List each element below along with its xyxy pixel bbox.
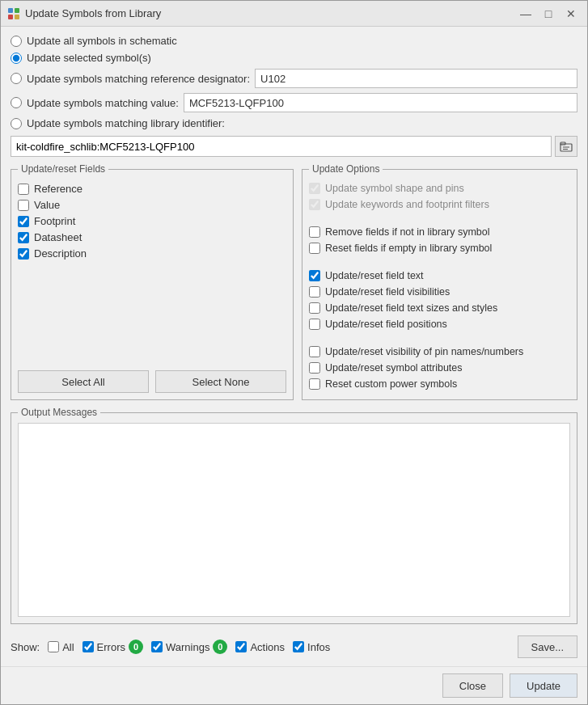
field-datasheet-label[interactable]: Datasheet [34,231,82,243]
option-field-positions-label[interactable]: Update/reset field positions [325,319,447,330]
radio-selected[interactable] [11,53,22,64]
library-id-row [11,136,577,157]
option-pin-names-label[interactable]: Update/reset visibility of pin names/num… [325,346,523,357]
option-sep2 [309,259,570,265]
minimize-button[interactable]: — [516,4,535,23]
select-buttons: Select All Select None [18,370,286,393]
show-infos-label[interactable]: Infos [307,641,330,653]
field-description-label[interactable]: Description [34,247,87,260]
option-shape-pins-checkbox[interactable] [309,183,320,194]
option-field-text-sizes-label[interactable]: Update/reset field text sizes and styles [325,302,497,314]
show-errors-checkbox[interactable] [82,641,94,652]
field-reference-row: Reference [18,183,286,195]
field-value-checkbox[interactable] [18,200,29,211]
field-footprint-label[interactable]: Footprint [34,215,75,227]
svg-rect-3 [15,15,19,19]
option-field-text-label[interactable]: Update/reset field text [325,270,424,281]
radio-row-all: Update all symbols in schematic [11,35,577,47]
options-fieldset: Update Options Update symbol shape and p… [302,163,577,400]
filter-options: Update all symbols in schematic Update s… [11,35,577,129]
options-panel: Update Options Update symbol shape and p… [302,163,577,400]
bottom-buttons: Close Update [1,666,587,704]
show-warnings-item: Warnings 0 [151,640,227,654]
show-actions-checkbox[interactable] [235,641,247,652]
field-value-row: Value [18,199,286,211]
field-footprint-row: Footprint [18,215,286,227]
window-title: Update Symbols from Library [25,7,161,19]
option-keywords: Update keywords and footprint filters [309,199,570,210]
option-field-visibility-label[interactable]: Update/reset field visibilities [325,286,450,298]
show-infos-checkbox[interactable] [293,641,304,652]
radio-value[interactable] [11,97,22,108]
output-area [18,423,570,617]
field-datasheet-row: Datasheet [18,231,286,243]
field-value-label[interactable]: Value [34,199,60,211]
option-symbol-attrs-label[interactable]: Update/reset symbol attributes [325,362,463,374]
select-all-button[interactable]: Select All [18,370,149,393]
maximize-button[interactable]: □ [539,4,558,23]
option-field-positions-checkbox[interactable] [309,319,320,330]
svg-rect-0 [8,8,13,13]
library-browse-button[interactable] [555,136,577,157]
field-datasheet-checkbox[interactable] [18,232,29,243]
show-all-item: All [48,641,74,653]
radio-value-label[interactable]: Update symbols matching value: [27,97,179,109]
main-content: Update all symbols in schematic Update s… [1,27,587,666]
radio-selected-label[interactable]: Update selected symbol(s) [27,52,151,64]
output-fieldset: Output Messages [11,407,577,624]
option-field-text-sizes-checkbox[interactable] [309,302,320,314]
radio-all-label[interactable]: Update all symbols in schematic [27,35,177,47]
radio-ref[interactable] [11,73,22,84]
select-none-button[interactable]: Select None [155,370,286,393]
close-button[interactable]: ✕ [561,4,581,23]
option-reset-power-label[interactable]: Reset custom power symbols [325,378,457,390]
show-row: Show: All Errors 0 Warnings 0 Actions [11,635,577,658]
ref-input[interactable] [255,69,577,88]
field-reference-checkbox[interactable] [18,184,29,195]
option-keywords-checkbox[interactable] [309,199,320,210]
option-symbol-attrs-checkbox[interactable] [309,362,320,374]
option-pin-names-checkbox[interactable] [309,346,320,357]
warnings-count-badge: 0 [213,640,227,654]
radio-row-lib: Update symbols matching library identifi… [11,117,577,129]
field-description-checkbox[interactable] [18,248,29,260]
option-shape-pins: Update symbol shape and pins [309,183,570,194]
options-list: Update symbol shape and pins Update keyw… [309,179,570,393]
option-reset-power: Reset custom power symbols [309,378,570,390]
save-button[interactable]: Save... [518,635,577,658]
titlebar-controls: — □ ✕ [516,4,581,23]
option-reset-empty-checkbox[interactable] [309,243,320,254]
field-footprint-checkbox[interactable] [18,216,29,227]
library-id-input[interactable] [11,136,552,157]
radio-all[interactable] [11,36,22,47]
option-field-text: Update/reset field text [309,270,570,281]
close-button[interactable]: Close [442,673,503,698]
field-reference-label[interactable]: Reference [34,183,82,195]
show-errors-label[interactable]: Errors [97,641,125,653]
radio-lib-label[interactable]: Update symbols matching library identifi… [27,117,225,129]
show-actions-item: Actions [235,641,285,653]
show-all-checkbox[interactable] [48,641,59,652]
show-all-label[interactable]: All [62,641,74,653]
option-field-visibility-checkbox[interactable] [309,286,320,298]
option-remove-fields-label[interactable]: Remove fields if not in library symbol [325,226,490,238]
show-warnings-checkbox[interactable] [151,641,163,652]
svg-rect-2 [8,15,13,19]
radio-row-ref: Update symbols matching reference design… [11,69,577,88]
option-remove-fields-checkbox[interactable] [309,226,320,238]
option-reset-empty-label[interactable]: Reset fields if empty in library symbol [325,243,492,254]
radio-lib[interactable] [11,118,22,129]
show-infos-item: Infos [293,641,330,653]
radio-row-value: Update symbols matching value: [11,93,577,112]
fields-scroll: Reference Value Footprint [18,179,286,364]
option-field-text-checkbox[interactable] [309,270,320,281]
value-input[interactable] [184,93,577,112]
update-button[interactable]: Update [510,673,577,698]
radio-ref-label[interactable]: Update symbols matching reference design… [27,73,250,85]
fields-legend: Update/reset Fields [18,163,108,175]
option-remove-fields: Remove fields if not in library symbol [309,226,570,238]
show-warnings-label[interactable]: Warnings [166,641,209,653]
option-reset-power-checkbox[interactable] [309,378,320,390]
option-shape-pins-label: Update symbol shape and pins [325,183,464,194]
show-actions-label[interactable]: Actions [250,641,285,653]
